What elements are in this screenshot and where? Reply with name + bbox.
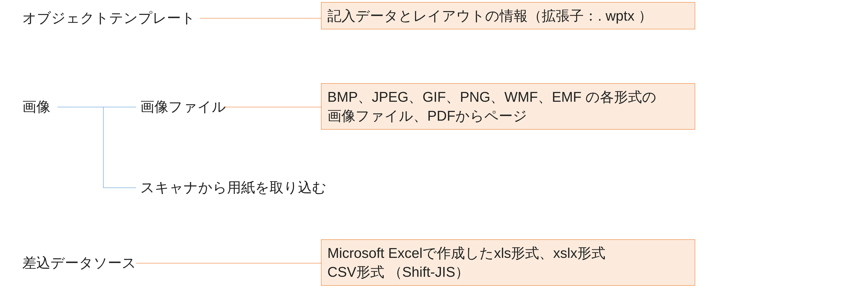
row2-branch1-box: BMP、JPEG、GIF、PNG、WMF、EMF の各形式の 画像ファイル、PD…: [321, 83, 695, 130]
row1-left-label: オブジェクトテンプレート: [22, 8, 195, 27]
row2-branch1-label: 画像ファイル: [140, 97, 226, 116]
diagram-canvas: オブジェクトテンプレート 記入データとレイアウトの情報（拡張子：. wptx ）…: [0, 0, 868, 291]
row3-connector: [136, 263, 321, 263]
row2-blue-h-stem: [57, 107, 103, 107]
row2-branch1-connector: [223, 107, 321, 107]
row1-box: 記入データとレイアウトの情報（拡張子：. wptx ）: [321, 2, 695, 29]
row2-blue-h-branch2: [103, 188, 136, 188]
row2-branch2-label: スキャナから用紙を取り込む: [140, 178, 327, 197]
row2-blue-h-branch1: [103, 107, 136, 107]
row2-blue-v: [103, 107, 103, 188]
row3-box: Microsoft Excelで作成したxls形式、xslx形式 CSV形式 （…: [321, 239, 695, 286]
row3-left-label: 差込データソース: [22, 253, 136, 272]
row2-left-label: 画像: [22, 97, 51, 116]
row1-connector: [200, 18, 321, 19]
